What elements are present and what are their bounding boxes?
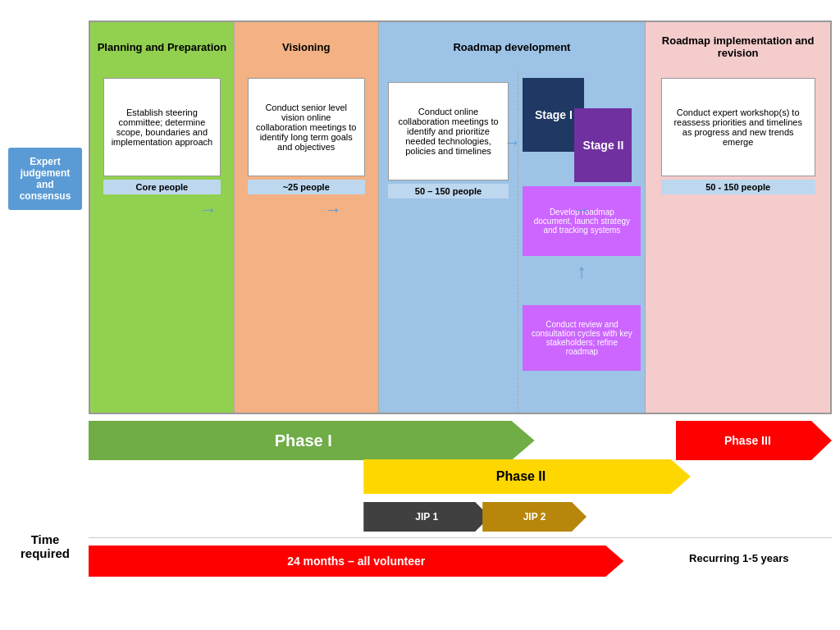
roadmap-people: 50 – 150 people [388,184,508,199]
implementation-header: Roadmap implementation and revision [646,22,830,71]
phase-1-label: Phase I [275,431,332,450]
jip-1-arrow: JIP 1 [363,502,490,532]
jip-2-arrow: JIP 2 [482,502,587,532]
time-required-label: Time required [8,532,82,560]
develop-roadmap-box: Develop roadmap document, launch strateg… [523,186,641,256]
consult-cycles-box: Conduct review and consultation cycles w… [523,305,641,371]
up-arrow-icon: ↑ [577,260,587,283]
phase-2-label: Phase II [496,469,546,484]
planning-header: Planning and Preparation [90,22,234,71]
phase-1-arrow: Phase I [89,421,535,460]
implementation-info-box: Conduct expert workshop(s) to reassess p… [661,78,815,176]
jip-2-label: JIP 2 [523,511,546,523]
expert-judgement-label: Expert judgement and consensus [8,148,82,210]
arrow-visioning-to-roadmap: → [324,199,342,221]
implementation-column: Roadmap implementation and revision Cond… [646,22,830,413]
time-implementation: Recurring 1-5 years [646,538,833,578]
phase-3-label: Phase III [724,434,771,447]
stage-2-box: Stage II [574,108,632,182]
arrow-planning-to-visioning: → [199,199,217,221]
arrow-roadmap-to-implementation: → [573,199,591,221]
visioning-info-box: Conduct senior level vision online colla… [248,78,365,176]
jip-1-label: JIP 1 [415,511,438,523]
bottom-red-arrow: 24 months – all volunteer [89,546,623,577]
planning-people: Core people [103,180,221,194]
implementation-people: 50 - 150 people [661,180,815,194]
bottom-arrow-label: 24 months – all volunteer [287,555,425,568]
roadmap-column: Roadmap development Conduct online colla… [379,22,646,413]
roadmap-header: Roadmap development [379,22,646,71]
roadmap-meetings-box: Conduct online collaboration meetings to… [388,82,508,180]
visioning-header: Visioning [235,22,378,71]
phase-3-arrow: Phase III [676,421,832,460]
visioning-column: Visioning Conduct senior level vision on… [235,22,379,413]
planning-info-box: Establish steering committee; determine … [103,78,221,176]
phase-2-arrow: Phase II [363,459,691,494]
visioning-people: ~25 people [248,180,365,194]
right-arrow-roadmap: → [504,133,520,152]
